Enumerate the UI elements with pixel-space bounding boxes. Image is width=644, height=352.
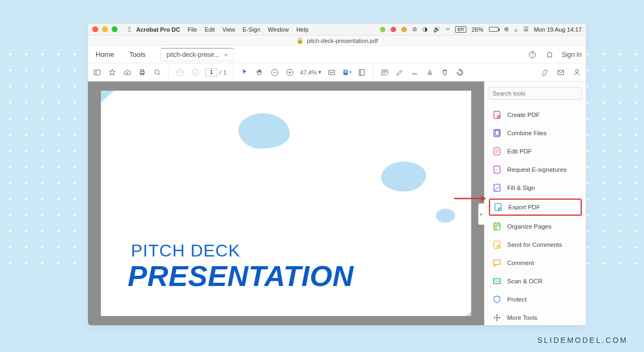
save-cloud-icon[interactable] (122, 68, 132, 77)
tool-fill-sign[interactable]: Fill & Sign (489, 180, 582, 195)
page-display-icon[interactable]: ▾ (342, 68, 352, 77)
tool-label: Fill & Sign (507, 185, 535, 191)
tool-send-for-comments[interactable]: Send for Comments (489, 237, 582, 252)
tool-create-pdf[interactable]: Create PDF (489, 107, 582, 122)
clock[interactable]: Mon 19 Aug 14:17 (534, 26, 582, 33)
status-dot-red-icon[interactable] (391, 27, 396, 32)
window-controls[interactable] (92, 26, 118, 32)
highlight-icon[interactable] (395, 68, 405, 77)
status-dot-green-icon[interactable] (380, 27, 385, 32)
tool-icon (492, 295, 502, 304)
maximize-window-icon[interactable] (112, 26, 118, 32)
display-icon[interactable]: ◑ (422, 26, 428, 33)
svg-point-45 (496, 317, 498, 319)
sign-in-link[interactable]: Sign In (562, 51, 582, 58)
volume-icon[interactable]: 🔊 (433, 26, 441, 33)
tool-export-pdf[interactable]: Export PDF (489, 199, 582, 216)
minimize-window-icon[interactable] (102, 26, 108, 32)
sign-icon[interactable] (410, 68, 420, 77)
acrobat-window:  Acrobat Pro DC File Edit View E-Sign W… (87, 23, 587, 326)
menu-esign[interactable]: E-Sign (243, 26, 260, 33)
tool-icon (492, 128, 502, 138)
page-total: 1 (223, 69, 226, 76)
slide-title: PRESENTATION (128, 259, 354, 292)
sticky-note-icon[interactable] (380, 68, 390, 77)
tool-icon (492, 258, 502, 268)
star-icon[interactable] (107, 68, 117, 77)
tool-icon (492, 240, 502, 250)
menu-help[interactable]: Help (296, 26, 309, 33)
tool-label: Comment (507, 260, 534, 266)
app-name[interactable]: Acrobat Pro DC (136, 26, 180, 33)
page-current-input[interactable] (206, 68, 217, 77)
menu-view[interactable]: View (222, 26, 235, 33)
rotate-icon[interactable] (455, 68, 465, 77)
page-sep: / (219, 69, 221, 76)
email-icon[interactable] (556, 68, 566, 77)
tool-organize-pages[interactable]: Organize Pages (489, 219, 582, 234)
tab-close-icon[interactable]: ✕ (224, 52, 228, 58)
mac-menubar:  Acrobat Pro DC File Edit View E-Sign W… (88, 24, 586, 35)
apple-menu-icon[interactable]:  (128, 25, 131, 33)
status-dot-orange-icon[interactable] (401, 27, 407, 32)
fit-width-icon[interactable] (327, 68, 336, 77)
help-icon[interactable] (528, 50, 537, 60)
stamp-icon[interactable] (425, 68, 435, 77)
print-icon[interactable] (137, 68, 147, 77)
svg-point-10 (192, 69, 199, 76)
tool-request-e-signatures[interactable]: Request E-signatures (489, 162, 582, 177)
svg-point-9 (177, 69, 184, 76)
battery-icon[interactable] (489, 27, 499, 32)
do-not-disturb-icon[interactable]: ⊘ (412, 26, 417, 33)
svg-point-7 (155, 70, 159, 74)
wifi-icon[interactable]: ⊚ (504, 26, 509, 33)
delete-icon[interactable] (440, 68, 450, 77)
tool-icon (492, 110, 502, 120)
tool-label: Send for Comments (507, 241, 562, 248)
zoom-out-icon[interactable] (270, 68, 280, 77)
menu-file[interactable]: File (188, 26, 197, 33)
svg-rect-5 (141, 69, 143, 71)
zoom-value: 47,4% (300, 69, 317, 76)
zoom-in-icon[interactable] (285, 68, 295, 77)
menu-edit[interactable]: Edit (204, 26, 215, 33)
tool-scan-ocr[interactable]: Scan & OCR (489, 274, 582, 289)
tool-icon (492, 146, 502, 156)
search-spotlight-icon[interactable]: ⌕ (514, 26, 518, 33)
nav-home[interactable]: Home (92, 48, 118, 61)
page-down-icon[interactable] (191, 68, 200, 77)
read-mode-icon[interactable] (357, 68, 367, 77)
account-icon[interactable] (572, 68, 582, 77)
tool-icon (492, 222, 502, 231)
tool-edit-pdf[interactable]: Edit PDF (489, 144, 582, 159)
input-lang[interactable]: BR (455, 26, 466, 33)
svg-rect-39 (497, 224, 499, 226)
battery-percent: 26% (472, 26, 484, 33)
blob-shape (436, 209, 455, 223)
menu-window[interactable]: Window (268, 26, 289, 33)
zoom-level[interactable]: 47,4%▾ (300, 69, 321, 76)
tool-more-tools[interactable]: More Tools (489, 310, 582, 325)
nav-tools[interactable]: Tools (126, 48, 149, 61)
bluetooth-icon[interactable]: ⌔ (446, 26, 450, 33)
share-link-icon[interactable] (540, 68, 550, 77)
tool-protect[interactable]: Protect (489, 292, 582, 307)
hand-tool-icon[interactable] (255, 68, 265, 77)
document-tab[interactable]: pitch-deck-prese... ✕ (160, 48, 234, 61)
tool-label: Combine Files (507, 130, 547, 136)
panel-collapse-icon[interactable]: ▸ (478, 203, 485, 225)
page-up-icon[interactable] (175, 68, 185, 77)
search-tools-input[interactable] (489, 87, 582, 100)
sidebar-toggle-icon[interactable] (92, 68, 102, 77)
tool-icon (493, 202, 503, 212)
document-canvas[interactable]: PITCH DECK PRESENTATION ▸ (88, 82, 484, 325)
tool-combine-files[interactable]: Combine Files (489, 126, 582, 141)
find-icon[interactable] (152, 68, 162, 77)
control-center-icon[interactable]: ☰ (523, 26, 529, 33)
selection-tool-icon[interactable] (240, 68, 250, 77)
tool-comment[interactable]: Comment (489, 255, 582, 270)
tool-icon (492, 313, 502, 322)
tool-list: Create PDFCombine FilesEdit PDFRequest E… (489, 107, 582, 325)
notifications-icon[interactable] (545, 50, 554, 60)
close-window-icon[interactable] (92, 26, 98, 32)
